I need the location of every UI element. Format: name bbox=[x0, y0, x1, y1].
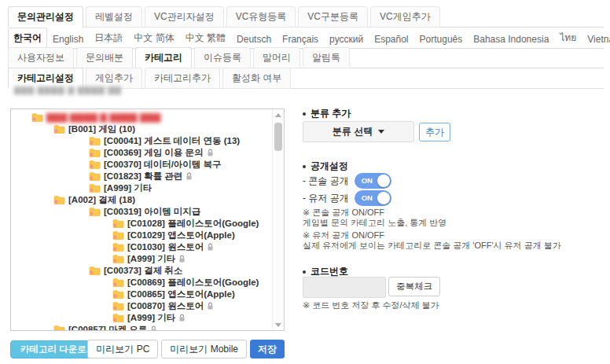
category-tab-3[interactable]: 활성화 여부 bbox=[222, 68, 291, 89]
folder-icon bbox=[53, 195, 65, 205]
preview-mobile-button[interactable]: 미리보기 Mobile bbox=[161, 340, 247, 358]
lang-tab-10[interactable]: Bahasa Indonesia bbox=[468, 30, 554, 49]
folder-icon bbox=[112, 242, 124, 252]
toggle-on-label: ON bbox=[362, 176, 373, 185]
tree-root-label: ▇▇▇ ▇▇▇▇ ▇ ▇▇▇▇ ▇▇▇ bbox=[46, 112, 160, 123]
user-visibility-row: - 유저 공개 ON bbox=[303, 190, 391, 206]
code-note: ※ 코드 번호 저장 후 수정/삭제 불가 bbox=[303, 300, 439, 311]
tree-item-6[interactable]: [A002] 결제 (18) bbox=[11, 194, 273, 206]
main-tab-3[interactable]: VC유형등록 bbox=[226, 6, 296, 28]
tree-item-7[interactable]: [C00319] 아이템 미지급 bbox=[11, 206, 273, 218]
lang-tab-4[interactable]: 中文 繁體 bbox=[180, 28, 231, 49]
main-tab-bar: 문의관리설정레벨설정VC관리자설정VC유형등록VC구분등록VC게임추가 bbox=[8, 6, 604, 28]
tree-item-label: [A002] 결제 (18) bbox=[68, 194, 135, 206]
tree-scrollbar[interactable] bbox=[272, 109, 284, 330]
main-tab-0[interactable]: 문의관리설정 bbox=[8, 6, 83, 28]
lang-tab-12[interactable]: Vietnam bbox=[582, 30, 610, 49]
duplicate-check-button[interactable]: 중복체크 bbox=[388, 277, 440, 296]
lang-tab-6[interactable]: Français bbox=[277, 30, 324, 49]
tree-item-10[interactable]: [C01030] 원스토어 bbox=[11, 241, 273, 253]
tree-item-1[interactable]: [C00041] 게스트 데이터 연동 (13) bbox=[11, 135, 273, 147]
folder-icon bbox=[112, 219, 124, 229]
sub-tab-1[interactable]: 문의배분 bbox=[76, 47, 133, 68]
folder-icon bbox=[89, 207, 101, 217]
scroll-down-icon[interactable] bbox=[273, 319, 284, 330]
caret-down-icon bbox=[378, 130, 384, 134]
lang-tab-1[interactable]: English bbox=[47, 30, 89, 49]
folder-icon bbox=[89, 148, 101, 158]
lock-icon bbox=[207, 149, 214, 157]
tree-root-item[interactable]: ▇▇▇ ▇▇▇▇ ▇ ▇▇▇▇ ▇▇▇ bbox=[11, 112, 273, 123]
main-tab-1[interactable]: 레벨설정 bbox=[86, 6, 142, 28]
user-visibility-label: - 유저 공개 bbox=[303, 192, 349, 205]
tree-item-label: [C00370] 데이터/아이템 복구 bbox=[104, 159, 222, 171]
folder-icon bbox=[89, 160, 101, 170]
tree-item-8[interactable]: [C01028] 플레이스토어(Google) bbox=[11, 218, 273, 230]
main-tab-2[interactable]: VC관리자설정 bbox=[145, 6, 224, 28]
add-button[interactable]: 추가 bbox=[419, 123, 450, 142]
lang-tab-5[interactable]: Deutsch bbox=[231, 30, 277, 49]
lang-tab-7[interactable]: русский bbox=[324, 30, 369, 49]
tree-item-3[interactable]: [C00370] 데이터/아이템 복구 bbox=[11, 159, 273, 171]
visibility-section-label: 공개설정 bbox=[311, 160, 348, 173]
sub-tab-0[interactable]: 사용자정보 bbox=[8, 47, 74, 68]
lock-icon bbox=[150, 325, 157, 331]
tree-item-12[interactable]: [C00373] 결제 취소 bbox=[11, 265, 273, 277]
main-tab-5[interactable]: VC게임추가 bbox=[370, 6, 440, 28]
tree-item-label: [C01028] 플레이스토어(Google) bbox=[127, 218, 259, 230]
console-visibility-toggle[interactable]: ON bbox=[355, 173, 391, 189]
toggle-knob bbox=[377, 192, 390, 204]
category-tree: ▇▇▇ ▇▇▇▇ ▇ ▇▇▇▇ ▇▇▇[B001] 게임 (10)[C00041… bbox=[11, 112, 273, 331]
folder-icon bbox=[53, 124, 65, 134]
tree-item-14[interactable]: [C00865] 앱스토어(Apple) bbox=[11, 289, 273, 300]
sub-tab-3[interactable]: 이슈등록 bbox=[194, 47, 251, 68]
tree-item-label: [C01030] 원스토어 bbox=[127, 241, 204, 253]
tree-item-13[interactable]: [C00869] 플레이스토어(Google) bbox=[11, 277, 273, 289]
tree-item-9[interactable]: [C01029] 앱스토어(Apple) bbox=[11, 230, 273, 241]
tree-item-4[interactable]: [C01823] 확률 관련 bbox=[11, 171, 273, 182]
category-type-select[interactable]: 분류 선택 bbox=[303, 121, 414, 142]
tree-item-label: [C00870] 원스토어 bbox=[127, 300, 204, 312]
lock-icon bbox=[186, 172, 193, 181]
lang-tab-8[interactable]: Español bbox=[369, 30, 413, 49]
tree-item-0[interactable]: [B001] 게임 (10) bbox=[11, 123, 273, 135]
sub-tab-4[interactable]: 말머리 bbox=[253, 47, 300, 68]
code-number-input[interactable] bbox=[303, 277, 386, 298]
folder-icon bbox=[112, 254, 124, 264]
add-section-label: 분류 추가 bbox=[311, 107, 351, 120]
scroll-up-icon[interactable] bbox=[273, 109, 284, 120]
tree-item-label: [C00041] 게스트 데이터 연동 (13) bbox=[104, 135, 240, 147]
lang-tab-9[interactable]: Português bbox=[414, 30, 469, 49]
save-button[interactable]: 저장 bbox=[250, 340, 285, 358]
console-visibility-label: - 콘솔 공개 bbox=[303, 175, 349, 188]
redacted-game-title: ▇▇▇ ▇▇▇▇ ▇ ▇▇▇▇ ▇▇ bbox=[14, 86, 122, 94]
tree-item-5[interactable]: [A999] 기타 bbox=[11, 182, 273, 194]
tree-item-16[interactable]: [A999] 기타 bbox=[11, 312, 273, 324]
lang-tab-0[interactable]: 한국어 bbox=[8, 28, 47, 49]
tree-item-15[interactable]: [C00870] 원스토어 bbox=[11, 300, 273, 312]
tree-item-17[interactable]: [C00857] 마켓 오류 bbox=[11, 324, 273, 331]
folder-icon bbox=[112, 313, 124, 323]
scrollbar-thumb[interactable] bbox=[274, 123, 282, 151]
footer-actions: 미리보기 PC 미리보기 Mobile 저장 bbox=[87, 340, 285, 358]
tree-item-label: [A999] 기타 bbox=[127, 312, 175, 324]
user-visibility-toggle[interactable]: ON bbox=[355, 190, 391, 206]
lang-tab-2[interactable]: 日本語 bbox=[89, 28, 128, 49]
sub-tab-2[interactable]: 카테고리 bbox=[135, 47, 192, 68]
tree-item-label: [C00369] 게임 이용 문의 bbox=[104, 147, 204, 159]
lang-tab-3[interactable]: 中文 简体 bbox=[128, 28, 179, 49]
lang-tab-11[interactable]: ไทย bbox=[554, 26, 582, 49]
main-tab-4[interactable]: VC구분등록 bbox=[298, 6, 368, 28]
tree-item-2[interactable]: [C00369] 게임 이용 문의 bbox=[11, 147, 273, 159]
tree-item-11[interactable]: [A999] 기타 bbox=[11, 253, 273, 265]
bullet-icon bbox=[303, 112, 306, 116]
folder-icon bbox=[89, 136, 101, 146]
bullet-icon bbox=[303, 165, 306, 168]
sub-tab-5[interactable]: 알림톡 bbox=[303, 47, 350, 68]
folder-icon bbox=[112, 278, 124, 288]
category-tab-2[interactable]: 카테고리추가 bbox=[145, 68, 220, 89]
preview-pc-button[interactable]: 미리보기 PC bbox=[87, 340, 158, 358]
tree-item-label: [A999] 기타 bbox=[104, 182, 152, 194]
toggle-knob bbox=[377, 175, 390, 187]
tree-item-label: [C00319] 아이템 미지급 bbox=[104, 206, 200, 218]
